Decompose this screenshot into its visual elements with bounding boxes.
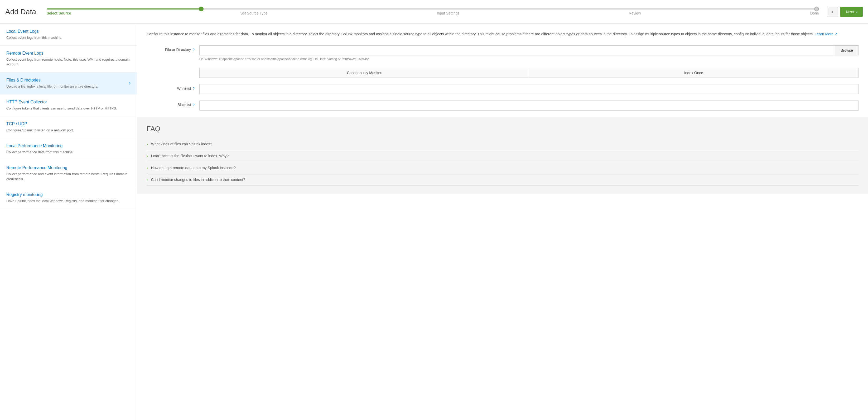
- file-dir-row: File or Directory ? Browse On Windows: c…: [147, 46, 859, 61]
- faq-item-0[interactable]: › What kinds of files can Splunk index?: [147, 138, 859, 150]
- next-button[interactable]: Next ›: [840, 7, 863, 17]
- sidebar-item-title: Remote Performance Monitoring: [6, 166, 130, 170]
- whitelist-input-area: [199, 84, 859, 94]
- sidebar-item-active-row: Files & Directories Upload a file, index…: [6, 78, 130, 89]
- monitor-label-spacer: [147, 68, 199, 70]
- file-dir-hint: On Windows: c:\apache\apache.error.log o…: [199, 57, 859, 61]
- file-dir-input-row: Browse: [199, 46, 859, 55]
- continuously-monitor-button[interactable]: Continuously Monitor: [199, 68, 529, 78]
- sidebar-item-title: Local Event Logs: [6, 29, 130, 34]
- header: Add Data Select Source Set Source Type I…: [0, 0, 868, 24]
- progress-end-dot: [814, 7, 819, 11]
- step-label-set-source: Set Source Type: [240, 11, 267, 15]
- sidebar-item-desc: Collect event logs from this machine.: [6, 35, 130, 40]
- sidebar-item-title: Remote Event Logs: [6, 51, 130, 56]
- faq-chevron-icon-1: ›: [147, 154, 148, 158]
- blacklist-help-icon[interactable]: ?: [193, 103, 194, 107]
- sidebar-item-desc: Configure tokens that clients can use to…: [6, 106, 130, 111]
- chevron-right-icon: ›: [129, 81, 130, 86]
- page-title: Add Data: [5, 8, 36, 16]
- step-label-review: Review: [629, 11, 641, 15]
- nav-buttons: ‹ Next ›: [827, 7, 863, 17]
- browse-button[interactable]: Browse: [835, 46, 859, 55]
- sidebar-item-local-performance[interactable]: Local Performance Monitoring Collect per…: [0, 138, 137, 160]
- sidebar-item-title: Registry monitoring: [6, 192, 130, 197]
- blacklist-input[interactable]: [199, 100, 859, 111]
- faq-section: FAQ › What kinds of files can Splunk ind…: [137, 117, 868, 193]
- sidebar-item-desc: Collect event logs from remote hosts. No…: [6, 57, 130, 67]
- main-layout: Local Event Logs Collect event logs from…: [0, 24, 868, 420]
- progress-bar: Select Source Set Source Type Input Sett…: [47, 8, 819, 15]
- blacklist-label: Blacklist ?: [147, 100, 199, 107]
- monitor-buttons-area: Continuously Monitor Index Once: [199, 68, 859, 78]
- sidebar-item-remote-event-logs[interactable]: Remote Event Logs Collect event logs fro…: [0, 46, 137, 72]
- sidebar-item-desc: Upload a file, index a local file, or mo…: [6, 84, 98, 89]
- file-dir-input[interactable]: [199, 46, 835, 55]
- faq-item-text-3: Can I monitor changes to files in additi…: [151, 178, 245, 182]
- sidebar-item-desc: Collect performance data from this machi…: [6, 150, 130, 155]
- step-label-input-settings: Input Settings: [437, 11, 460, 15]
- sidebar-item-local-event-logs[interactable]: Local Event Logs Collect event logs from…: [0, 24, 137, 46]
- whitelist-row: Whitelist ?: [147, 84, 859, 94]
- faq-item-text-0: What kinds of files can Splunk index?: [151, 142, 212, 146]
- monitor-buttons-row: Continuously Monitor Index Once: [147, 68, 859, 78]
- faq-item-text-2: How do I get remote data onto my Splunk …: [151, 166, 236, 170]
- file-dir-input-area: Browse On Windows: c:\apache\apache.erro…: [199, 46, 859, 61]
- progress-labels: Select Source Set Source Type Input Sett…: [47, 11, 819, 15]
- faq-chevron-icon-2: ›: [147, 166, 148, 170]
- sidebar-item-desc: Collect performance and event informatio…: [6, 172, 130, 181]
- file-dir-label: File or Directory ?: [147, 46, 199, 52]
- back-button[interactable]: ‹: [827, 7, 838, 17]
- faq-chevron-icon-3: ›: [147, 178, 148, 182]
- index-once-button[interactable]: Index Once: [529, 68, 859, 78]
- sidebar-item-title: TCP / UDP: [6, 122, 130, 126]
- progress-track: [47, 8, 819, 9]
- sidebar-item-registry-monitoring[interactable]: Registry monitoring Have Splunk index th…: [0, 187, 137, 209]
- monitor-button-group: Continuously Monitor Index Once: [199, 68, 859, 78]
- sidebar-item-http-event-collector[interactable]: HTTP Event Collector Configure tokens th…: [0, 94, 137, 116]
- learn-more-link[interactable]: Learn More ↗: [815, 32, 838, 36]
- sidebar-item-title: HTTP Event Collector: [6, 100, 130, 104]
- sidebar-item-remote-performance[interactable]: Remote Performance Monitoring Collect pe…: [0, 160, 137, 187]
- description-text: Configure this instance to monitor files…: [147, 31, 859, 37]
- whitelist-input[interactable]: [199, 84, 859, 94]
- sidebar: Local Event Logs Collect event logs from…: [0, 24, 137, 420]
- content-area: Configure this instance to monitor files…: [137, 24, 868, 420]
- faq-item-text-1: I can't access the file that I want to i…: [151, 154, 229, 158]
- step-label-select-source: Select Source: [47, 11, 71, 15]
- faq-item-1[interactable]: › I can't access the file that I want to…: [147, 150, 859, 162]
- progress-fill: [47, 8, 201, 9]
- sidebar-item-desc: Configure Splunk to listen on a network …: [6, 128, 130, 133]
- faq-item-2[interactable]: › How do I get remote data onto my Splun…: [147, 162, 859, 174]
- blacklist-row: Blacklist ?: [147, 100, 859, 111]
- whitelist-label: Whitelist ?: [147, 84, 199, 90]
- faq-chevron-icon-0: ›: [147, 142, 148, 146]
- blacklist-input-area: [199, 100, 859, 111]
- sidebar-item-files-directories[interactable]: Files & Directories Upload a file, index…: [0, 72, 137, 94]
- faq-title: FAQ: [147, 125, 859, 133]
- progress-active-dot: [199, 7, 204, 11]
- sidebar-item-tcp-udp[interactable]: TCP / UDP Configure Splunk to listen on …: [0, 116, 137, 138]
- sidebar-item-title: Local Performance Monitoring: [6, 144, 130, 148]
- whitelist-help-icon[interactable]: ?: [193, 87, 194, 90]
- sidebar-item-title: Files & Directories: [6, 78, 98, 83]
- sidebar-item-desc: Have Splunk index the local Windows Regi…: [6, 199, 130, 203]
- faq-item-3[interactable]: › Can I monitor changes to files in addi…: [147, 174, 859, 186]
- step-label-done: Done: [810, 11, 819, 15]
- file-dir-help-icon[interactable]: ?: [193, 48, 194, 52]
